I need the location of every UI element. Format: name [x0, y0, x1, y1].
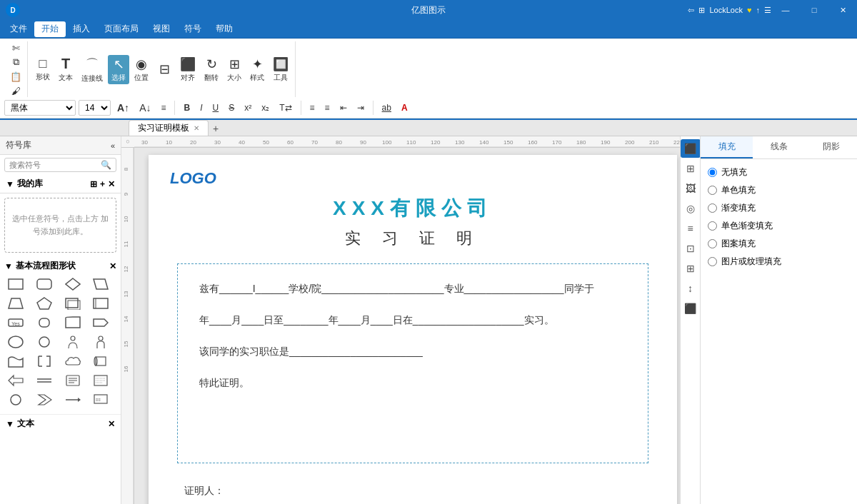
decrease-font-button[interactable]: A↓	[136, 100, 154, 116]
clear-format-button[interactable]: ≡	[157, 100, 169, 116]
add-library-icon[interactable]: ⊞	[90, 179, 97, 189]
hatch-fill-option[interactable]: 图案填充	[708, 238, 850, 250]
close-shapes-icon[interactable]: ✕	[109, 261, 116, 271]
ordered-list-button[interactable]: ≡	[321, 100, 334, 116]
more-library-icon[interactable]: +	[100, 179, 105, 189]
rs-eye-icon[interactable]: ◎	[681, 199, 701, 218]
unordered-list-button[interactable]: ≡	[306, 100, 319, 116]
maximize-button[interactable]: □	[800, 0, 828, 20]
size-button[interactable]: ⊞ 大小	[224, 55, 245, 84]
tab-close-icon[interactable]: ✕	[194, 124, 199, 132]
shape-striped-rect[interactable]	[89, 294, 112, 312]
upload-icon[interactable]: ↑	[756, 6, 761, 14]
menu-home[interactable]: 开始	[34, 21, 66, 37]
strikethrough-button[interactable]: S	[225, 100, 238, 116]
no-fill-radio[interactable]	[708, 168, 717, 177]
shape-rectangle[interactable]	[4, 275, 27, 293]
style-button[interactable]: ✦ 样式	[246, 55, 268, 84]
position-button[interactable]: ◉ 位置	[131, 55, 152, 84]
menu-insert[interactable]: 插入	[66, 21, 97, 37]
image-fill-radio[interactable]	[708, 257, 717, 266]
superscript-button[interactable]: x²	[241, 100, 255, 116]
rs-image-icon[interactable]: 🖼	[681, 179, 701, 198]
shape-button[interactable]: □ 形状	[32, 55, 54, 84]
cut-button[interactable]: ✄	[7, 41, 24, 54]
shape-bracket[interactable]	[33, 352, 56, 370]
shape-circle[interactable]	[33, 333, 56, 351]
menu-file[interactable]: 文件	[3, 21, 34, 37]
shape-double-dash[interactable]	[33, 371, 56, 389]
shape-note[interactable]	[61, 371, 84, 389]
bold-button[interactable]: B	[180, 100, 194, 116]
image-fill-option[interactable]: 图片或纹理填充	[708, 256, 850, 268]
indent-button[interactable]: ⇥	[354, 100, 368, 116]
shape-rect-rounded-one[interactable]	[61, 313, 84, 331]
no-fill-option[interactable]: 无填充	[708, 166, 850, 178]
shape-diamond[interactable]	[61, 275, 84, 293]
rs-shuffle-icon[interactable]: ⬛	[681, 299, 701, 318]
symbol-search-bar[interactable]: 🔍	[4, 158, 116, 172]
single-grad-radio[interactable]	[708, 221, 717, 231]
rs-table-icon[interactable]: ⊡	[681, 239, 701, 258]
grid-icon[interactable]: ⊞	[698, 6, 705, 15]
canvas-scroll-area[interactable]: 8 9 10 11 12 13 14 15 16	[121, 148, 680, 504]
shape-cloud[interactable]	[61, 352, 84, 370]
shape-oval[interactable]	[4, 333, 27, 351]
document-logo[interactable]: LOGO	[170, 169, 656, 188]
collapse-text-icon[interactable]: ▼	[6, 419, 14, 429]
align-button[interactable]: ⬛ 对齐	[176, 55, 199, 84]
rs-grid-icon[interactable]: ⊞	[681, 159, 701, 178]
connector-button[interactable]: ⌒ 连接线	[78, 54, 106, 85]
text-dir-button[interactable]: T⇄	[276, 100, 295, 116]
format-painter[interactable]: 🖌	[7, 84, 24, 97]
document-canvas[interactable]: LOGO XXX有限公司 实 习 证 明 兹有______I______学校/院…	[134, 148, 680, 504]
underline-style-button[interactable]: ab	[379, 100, 395, 116]
rs-pointer-icon[interactable]: ⬛	[681, 139, 701, 158]
shape-horiz-cylinder[interactable]	[89, 352, 112, 370]
flip-button[interactable]: ↻ 翻转	[201, 55, 222, 84]
shape-arrow-left[interactable]	[4, 371, 27, 389]
collapse-panel-icon[interactable]: «	[111, 141, 115, 150]
rs-arrange-icon[interactable]: ⊞	[681, 259, 701, 278]
shape-chevron[interactable]	[33, 390, 56, 408]
menu-view[interactable]: 视图	[146, 21, 177, 37]
heart-icon[interactable]: ♥	[747, 6, 752, 14]
close-text-icon[interactable]: ✕	[108, 419, 115, 429]
shape-round-rect[interactable]	[33, 275, 56, 293]
gradient-fill-radio[interactable]	[708, 203, 717, 213]
collapse-shapes-icon[interactable]: ▼	[4, 261, 13, 271]
collapse-my-library-icon[interactable]: ▼	[6, 179, 14, 189]
tools-button[interactable]: 🔲 工具	[269, 55, 292, 84]
shape-double-rect[interactable]	[61, 294, 84, 312]
underline-button[interactable]: U	[209, 100, 223, 116]
shape-wave-top[interactable]	[4, 352, 27, 370]
shape-trapezoid[interactable]	[4, 294, 27, 312]
gradient-fill-option[interactable]: 渐变填充	[708, 202, 850, 214]
distribute-button[interactable]: ⊟	[154, 60, 175, 79]
shape-person[interactable]	[61, 333, 84, 351]
shape-circle-small[interactable]	[4, 390, 27, 408]
back-icon[interactable]: ⇦	[688, 6, 694, 15]
solid-fill-option[interactable]: 单色填充	[708, 184, 850, 196]
italic-button[interactable]: I	[196, 100, 206, 116]
shadow-tab[interactable]: 阴影	[805, 136, 857, 158]
menu-page-layout[interactable]: 页面布局	[97, 21, 146, 37]
menu-icon[interactable]: ☰	[764, 6, 771, 15]
text-button[interactable]: T 文本	[55, 54, 76, 84]
close-button[interactable]: ✕	[828, 0, 857, 20]
minimize-button[interactable]: —	[771, 0, 800, 20]
font-size-select[interactable]: 14	[79, 100, 111, 116]
shape-text-box[interactable]	[89, 371, 112, 389]
menu-symbols[interactable]: 符号	[177, 21, 209, 37]
solid-fill-radio[interactable]	[708, 186, 717, 195]
shape-stadium[interactable]	[33, 313, 56, 331]
document-tab[interactable]: 实习证明模板 ✕	[129, 120, 209, 136]
paste-button[interactable]: 📋	[7, 70, 24, 83]
single-grad-option[interactable]: 单色渐变填充	[708, 220, 850, 232]
copy-button[interactable]: ⧉	[7, 56, 24, 69]
increase-font-button[interactable]: A↑	[114, 100, 133, 116]
shape-annotation[interactable]: ≡≡	[89, 390, 112, 408]
add-tab-button[interactable]: +	[209, 121, 223, 136]
hatch-fill-radio[interactable]	[708, 239, 717, 248]
menu-help[interactable]: 帮助	[209, 21, 240, 37]
